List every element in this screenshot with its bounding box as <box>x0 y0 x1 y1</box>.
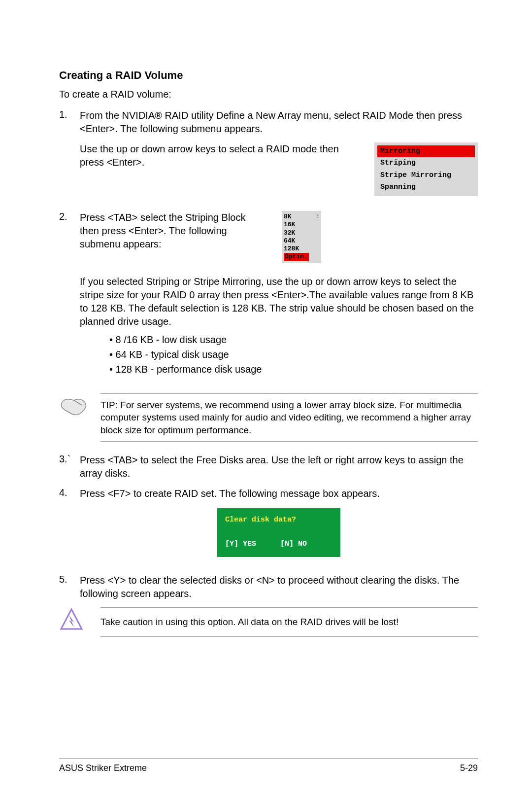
step-3-number: 3.` <box>59 453 80 465</box>
page-footer: ASUS Striker Extreme 5-29 <box>59 759 478 773</box>
step-5-text: Press <Y> to clear the selected disks or… <box>80 574 478 600</box>
dialog-title: Clear disk data? <box>225 515 332 525</box>
step-3-text: Press <TAB> to select the Free Disks are… <box>80 453 478 480</box>
bullet-performance: • 128 KB - performance disk usage <box>109 362 478 377</box>
clear-disk-dialog: Clear disk data? [Y] YES [N] NO <box>217 508 340 557</box>
step-2-number: 2. <box>59 211 80 222</box>
tip-note: TIP: For server systems, we recommend us… <box>59 393 478 442</box>
step-1-body: From the NVIDIA® RAID utility Define a N… <box>80 109 478 196</box>
caution-note: Take caution in using this option. All d… <box>59 607 478 637</box>
intro-text: To create a RAID volume: <box>59 89 478 100</box>
stripe-size-bullets: • 8 /16 KB - low disk usage • 64 KB - ty… <box>109 332 478 377</box>
step-4-body: Press <F7> to create RAID set. The follo… <box>80 487 478 567</box>
step-1: 1. From the NVIDIA® RAID utility Define … <box>59 109 478 196</box>
stripe-8k[interactable]: 8K <box>284 213 312 221</box>
footer-product: ASUS Striker Extreme <box>59 763 147 773</box>
step-2: 2. Press <TAB> select the Striping Block… <box>59 211 478 386</box>
step-4: 4. Press <F7> to create RAID set. The fo… <box>59 487 478 567</box>
step-3: 3.` Press <TAB> to select the Free Disks… <box>59 453 478 480</box>
step-2-text-a: Press <TAB> select the Striping Block th… <box>80 211 247 251</box>
scroll-arrow-icon: ↕ <box>314 211 321 263</box>
step-1-text-a: From the NVIDIA® RAID utility Define a N… <box>80 109 478 136</box>
dialog-no[interactable]: [N] NO <box>280 540 307 548</box>
caution-icon <box>59 607 100 634</box>
raid-mode-spanning[interactable]: Spanning <box>377 181 475 193</box>
step-2-text-b: If you selected Striping or Stripe Mirro… <box>80 275 478 328</box>
stripe-16k[interactable]: 16K <box>284 221 312 229</box>
step-1-number: 1. <box>59 109 80 120</box>
bullet-typical: • 64 KB - typical disk usage <box>109 347 478 362</box>
raid-mode-mirroring[interactable]: Mirroring <box>377 145 475 157</box>
hand-icon <box>59 393 100 420</box>
step-1-text-b: Use the up or down arrow keys to select … <box>80 142 360 169</box>
raid-mode-menu: Mirroring Striping Stripe Mirroring Span… <box>374 142 478 196</box>
step-4-text: Press <F7> to create RAID set. The follo… <box>80 487 478 500</box>
stripe-size-menu: 8K 16K 32K 64K 128K Optim. ↕ <box>282 211 321 263</box>
raid-mode-striping[interactable]: Striping <box>377 157 475 169</box>
tip-text: TIP: For server systems, we recommend us… <box>100 393 478 442</box>
dialog-yes[interactable]: [Y] YES <box>225 540 256 548</box>
step-4-number: 4. <box>59 487 80 498</box>
caution-text: Take caution in using this option. All d… <box>100 607 478 637</box>
stripe-optimal[interactable]: Optim. <box>284 253 309 261</box>
stripe-64k[interactable]: 64K <box>284 237 312 245</box>
step-2-body: Press <TAB> select the Striping Block th… <box>80 211 478 386</box>
stripe-128k[interactable]: 128K <box>284 245 312 253</box>
bullet-low: • 8 /16 KB - low disk usage <box>109 332 478 347</box>
page: Creating a RAID Volume To create a RAID … <box>0 0 532 802</box>
step-5-number: 5. <box>59 574 80 585</box>
stripe-32k[interactable]: 32K <box>284 229 312 237</box>
footer-page-number: 5-29 <box>460 763 478 773</box>
heading: Creating a RAID Volume <box>59 69 478 82</box>
raid-mode-stripe-mirroring[interactable]: Stripe Mirroring <box>377 170 475 181</box>
step-5: 5. Press <Y> to clear the selected disks… <box>59 574 478 600</box>
